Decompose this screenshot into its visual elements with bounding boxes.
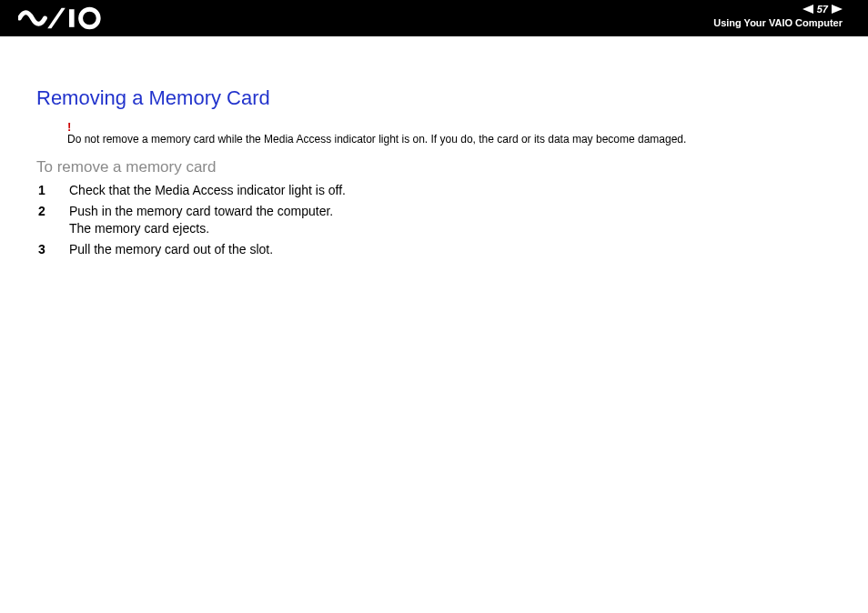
page-content: Removing a Memory Card ! Do not remove a… (0, 36, 868, 258)
vaio-logo (18, 5, 120, 31)
page-title: Removing a Memory Card (36, 86, 832, 110)
step-line: Push in the memory card toward the compu… (69, 204, 333, 218)
warning-text-after: indicator light is on. If you do, the ca… (331, 133, 686, 146)
step-body: Push in the memory card toward the compu… (69, 203, 832, 237)
warning-text-before: Do not remove a memory card while the (67, 133, 264, 146)
step-line: The memory card ejects. (69, 221, 209, 236)
subheading: To remove a memory card (36, 158, 832, 176)
step-body: Pull the memory card out of the slot. (69, 241, 832, 258)
step-number: 2 (36, 203, 69, 220)
step-item: 3 Pull the memory card out of the slot. (36, 241, 832, 258)
warning-text-media: Media Access (264, 133, 331, 146)
step-number: 1 (36, 182, 69, 199)
step-item: 2 Push in the memory card toward the com… (36, 203, 832, 237)
warning-note: ! Do not remove a memory card while the … (67, 121, 832, 146)
page-number: 57 (815, 5, 830, 15)
step-body: Check that the Media Access indicator li… (69, 182, 832, 199)
svg-point-1 (81, 9, 99, 27)
svg-rect-0 (69, 9, 75, 27)
step-item: 1 Check that the Media Access indicator … (36, 182, 832, 199)
header-bar: 57 Using Your VAIO Computer (0, 0, 868, 36)
step-line: Pull the memory card out of the slot. (69, 242, 273, 256)
page-nav: 57 (713, 2, 843, 16)
prev-page-arrow-icon[interactable] (802, 5, 813, 14)
step-number: 3 (36, 241, 69, 258)
warning-icon: ! (67, 121, 832, 133)
section-name: Using Your VAIO Computer (713, 17, 843, 28)
step-line: Check that the Media Access indicator li… (69, 183, 346, 197)
steps-list: 1 Check that the Media Access indicator … (36, 182, 832, 258)
next-page-arrow-icon[interactable] (832, 5, 843, 14)
header-right: 57 Using Your VAIO Computer (713, 2, 843, 28)
